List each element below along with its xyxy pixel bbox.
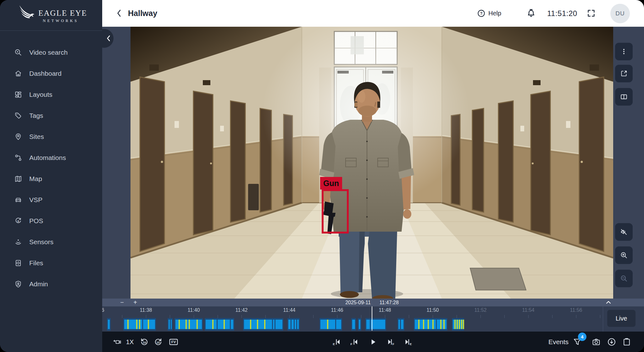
brand-name-line1: EAGLE EYE [38,9,87,18]
segment-gap [335,320,336,329]
timeline-tick-label: 11:48 [379,307,391,313]
full-video-button[interactable]: FV [169,338,178,346]
previous-event-button[interactable]: E [333,338,342,346]
svg-text:F: F [392,342,394,346]
segment-gap [291,320,291,329]
activity-segment[interactable] [397,318,404,331]
next-event-button[interactable]: E [403,338,412,346]
activity-segment[interactable] [123,318,156,331]
segment-gap [436,320,437,329]
zoom-in-button[interactable] [615,246,633,264]
activity-segment[interactable] [287,318,300,331]
sidebar-item-admin[interactable]: Admin [0,273,102,294]
forward-10-button[interactable]: 10 [153,337,163,347]
sidebar-item-sensors[interactable]: Sensors [0,231,102,252]
snapshot-button[interactable] [591,337,601,347]
timeline-header: − + 2025-09-11 11:47:28 [102,299,644,306]
download-button[interactable] [607,337,616,347]
activity-track[interactable] [102,318,603,331]
timeline-minor-tick [361,315,361,318]
fullscreen-icon [586,8,596,18]
sidebar-item-label: Tags [29,112,43,119]
eagle-logo-icon [18,5,36,24]
sidebar-item-automations[interactable]: Automations [0,147,102,168]
fullscreen-button[interactable] [586,8,596,18]
sidebar-item-label: Dashboard [29,70,62,77]
pos-icon: $ [14,217,22,225]
timeline-minor-tick [218,315,218,318]
timeline-body[interactable]: 11:3611:3811:4011:4211:4411:4611:4811:50… [102,306,603,332]
activity-segment[interactable] [452,318,464,331]
admin-shield-icon [14,280,22,288]
live-button[interactable]: Live [607,310,636,327]
timeline-tick-label: 11:44 [283,307,296,313]
sidebar-item-tags[interactable]: Tags [0,105,102,126]
timeline-tick-label: 11:46 [331,307,343,313]
user-avatar[interactable]: DU [610,4,630,23]
activity-segment[interactable] [351,318,356,331]
event-stripe [212,320,214,329]
calendar-button[interactable] [622,337,631,347]
activity-segment[interactable] [175,318,203,331]
event-stripe [454,320,456,329]
timeline-minor-tick [600,315,600,318]
timeline-tick-label: 11:36 [102,307,104,313]
playhead-clock: 11:47:28 [380,299,399,306]
split-view-button[interactable] [615,88,633,106]
more-options-button[interactable] [615,43,633,60]
event-stripe [418,320,419,329]
events-toggle[interactable]: Events [548,338,569,346]
zoom-out-button[interactable] [615,270,633,287]
segment-gap [294,320,295,329]
more-vertical-icon [620,48,628,55]
sidebar-item-video-search[interactable]: Video search [0,42,102,63]
activity-segment[interactable] [358,318,361,331]
timeline-minor-tick [313,315,314,318]
timeline-live-panel: Live [603,306,644,332]
timeline-tick-label: 11:56 [570,307,582,313]
add-camera-view-button[interactable] [113,338,122,346]
open-new-window-button[interactable] [615,65,633,82]
segment-gap [170,320,171,329]
sidebar-item-pos[interactable]: $ POS [0,210,102,231]
sidebar: EAGLE EYE NETWORKS Video search Dashboar… [0,0,102,352]
sidebar-item-files[interactable]: Files [0,252,102,273]
timeline-minor-tick [194,315,194,318]
activity-segment[interactable] [243,318,283,331]
timeline-zoom-out-button[interactable]: − [118,299,126,306]
sidebar-item-vsp[interactable]: VSP [0,189,102,210]
playback-speed-button[interactable]: 1X [126,338,134,345]
sidebar-item-sites[interactable]: Sites [0,126,102,147]
timeline-collapse-button[interactable] [605,300,612,305]
activity-segment[interactable] [107,318,111,331]
activity-segment[interactable] [168,318,173,331]
play-button[interactable] [369,338,377,346]
activity-segment[interactable] [205,318,234,331]
sidebar-item-dashboard[interactable]: Dashboard [0,63,102,84]
svg-text:10: 10 [143,341,146,344]
next-frame-button[interactable]: F [386,338,395,346]
camera-video-surface[interactable]: Gun [130,27,613,299]
sidebar-item-map[interactable]: Map [0,168,102,189]
activity-segment[interactable] [319,318,342,331]
previous-frame-button[interactable]: F [350,338,360,346]
timeline-tick-label: 11:54 [522,307,535,313]
timeline-minor-tick [122,315,122,318]
timeline-playhead[interactable] [372,306,372,331]
rewind-10-button[interactable]: 10 [140,337,149,347]
help-button[interactable]: ? Help [477,0,501,27]
event-stripe [264,320,265,329]
activity-segment[interactable] [414,318,447,331]
event-stripe [423,320,424,329]
segment-gap [275,320,275,329]
files-icon [14,259,22,267]
snapshot-camera-icon [591,337,601,347]
mute-button[interactable] [615,223,633,241]
segment-gap [272,320,273,329]
timeline-minor-tick [409,315,409,318]
back-button[interactable] [115,9,123,18]
sidebar-item-layouts[interactable]: Layouts [0,84,102,105]
activity-segment[interactable] [365,318,386,331]
notifications-button[interactable] [526,8,536,18]
timeline-zoom-in-button[interactable]: + [131,299,139,306]
